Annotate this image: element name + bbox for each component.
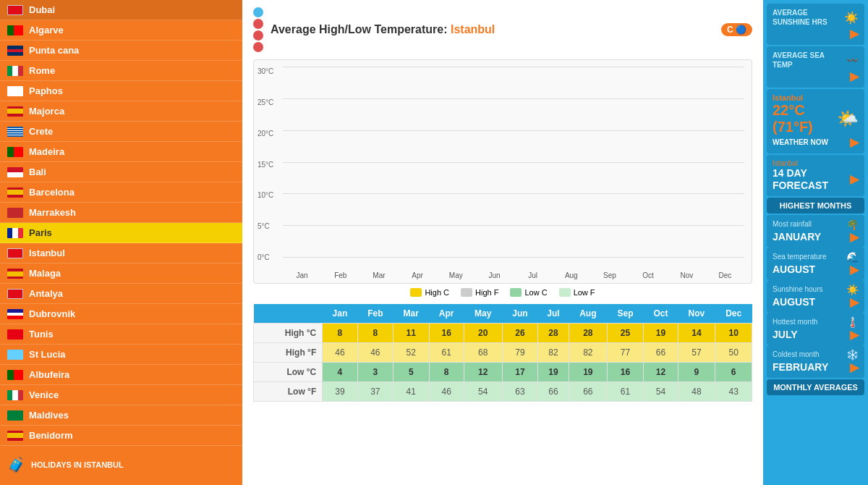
row-label: Low °F [254,382,323,402]
x-axis-label: Jan [283,271,321,279]
nav-up[interactable] [253,7,263,17]
table-row: Low °C435812171919161296 [254,363,752,382]
sidebar-item-madeira[interactable]: Madeira [0,142,242,162]
stat-value: FEBRUARY [773,361,828,373]
table-cell: 19 [538,363,569,382]
sidebar-item-barcelona[interactable]: Barcelona [0,182,242,203]
temp-toggle[interactable]: C 🔵 [721,23,752,36]
sidebar-item-punta-cana[interactable]: Punta cana [0,41,242,61]
sidebar-item-label: Tunis [29,329,54,340]
sidebar-item-algarve[interactable]: Algarve [0,20,242,41]
stat-arrow[interactable]: ▶ [850,328,859,342]
sidebar-item-majorca[interactable]: Majorca [0,101,242,122]
table-cell: 16 [607,363,644,382]
stat-arrow[interactable]: ▶ [850,295,859,309]
y-axis-label: 20°C [258,130,273,138]
sidebar-item-dubrovnik[interactable]: Dubrovnik [0,304,242,324]
table-cell: 46 [323,343,357,363]
weather-now-arrow[interactable]: ▶ [850,135,859,149]
legend-item: Low F [559,288,595,297]
sidebar-item-dubai[interactable]: Dubai [0,0,242,20]
legend-swatch [461,288,472,297]
x-axis-label: Apr [399,271,437,279]
stat-value: JULY [773,329,798,340]
sidebar-item-bali[interactable]: Bali [0,162,242,182]
flag-icon [7,370,23,380]
nav-left[interactable] [253,30,263,41]
table-cell: 8 [357,324,393,343]
stat-card-sunshine-hours[interactable]: Sunshine hours ☀️ AUGUST ▶ [767,280,864,313]
x-axis-label: Dec [706,271,744,279]
legend-swatch [559,288,571,297]
table-cell: 8 [323,324,357,343]
avg-sunshine-card[interactable]: AVERAGE SUNSHINE HRS ☀️ ▶ [767,4,864,45]
sidebar-item-marrakesh[interactable]: Marrakesh [0,203,242,223]
table-cell: 41 [393,382,429,402]
table-header: Aug [569,304,607,324]
stat-icon: 🌴 [846,219,859,230]
table-cell: 50 [715,343,752,363]
stat-card-sea-temperature[interactable]: Sea temperature 🌊 AUGUST ▶ [767,248,864,280]
table-cell: 79 [502,343,537,363]
table-cell: 9 [678,363,715,382]
sidebar-item-paris[interactable]: Paris [0,223,242,243]
nav-down[interactable] [253,19,263,29]
stat-card-coldest-month[interactable]: Coldest month ❄️ FEBRUARY ▶ [767,345,864,378]
sun-icon: ☀️ [844,11,859,25]
flag-icon [7,208,23,218]
sidebar-item-istanbul[interactable]: Istanbul [0,243,242,263]
sidebar-item-label: St Lucia [29,349,66,360]
stat-card-most-rainfall[interactable]: Most rainfall 🌴 JANUARY ▶ [767,215,864,248]
sidebar-item-albufeira[interactable]: Albufeira [0,365,242,385]
stat-arrow[interactable]: ▶ [850,360,859,374]
table-cell: 28 [569,324,607,343]
sidebar-item-antalya[interactable]: Antalya [0,284,242,304]
table-cell: 39 [323,382,357,402]
footer-icon: 🧳 [7,456,25,473]
avg-sea-temp-card[interactable]: AVERAGE SEA TEMP 〰️ ▶ [767,46,864,88]
table-cell: 19 [569,363,607,382]
weather-city: Istanbul [773,93,859,102]
table-cell: 68 [464,343,502,363]
sunshine-arrow[interactable]: ▶ [850,27,859,41]
flag-icon [7,248,23,258]
nav-right[interactable] [253,42,263,52]
sidebar-item-venice[interactable]: Venice [0,385,242,405]
forecast-arrow[interactable]: ▶ [850,172,859,186]
sidebar-footer-item[interactable]: 🧳 HOLIDAYS IN ISTANBUL [7,453,235,476]
sidebar-item-label: Algarve [29,25,64,35]
x-labels: JanFebMarAprMayJunJulAugSepOctNovDec [283,271,744,279]
flag-icon [7,410,23,421]
sidebar-item-paphos[interactable]: Paphos [0,81,242,101]
sidebar-item-st-lucia[interactable]: St Lucia [0,345,242,365]
legend-swatch [410,288,422,297]
sea-temp-arrow[interactable]: ▶ [850,69,859,83]
sidebar-item-label: Dubai [29,4,55,15]
sidebar-item-label: Punta cana [29,45,79,56]
y-axis-label: 5°C [258,222,273,230]
stat-arrow[interactable]: ▶ [850,230,859,244]
sidebar-item-rome[interactable]: Rome [0,61,242,81]
sidebar-item-benidorm[interactable]: Benidorm [0,426,242,446]
sidebar-item-maldives[interactable]: Maldives [0,405,242,426]
x-axis-label: Nov [668,271,706,279]
sidebar-item-malaga[interactable]: Malaga [0,263,242,284]
table-cell: 10 [715,324,752,343]
table-cell: 52 [393,343,429,363]
bars-container [283,67,744,258]
stat-card-hottest-month[interactable]: Hottest month 🌡️ JULY ▶ [767,313,864,345]
chart-section: Average High/Low Temperature: Istanbul C… [242,0,763,304]
sidebar-item-tunis[interactable]: Tunis [0,324,242,345]
flag-icon [7,66,23,76]
table-cell: 3 [357,363,393,382]
stat-arrow[interactable]: ▶ [850,263,859,277]
table-header: Nov [678,304,715,324]
sidebar-footer-item[interactable]: 🏨 HOTELS IN ISTANBUL [7,481,235,485]
wave-icon: 〰️ [846,54,859,66]
sidebar-item-crete[interactable]: Crete [0,122,242,142]
nav-arrows[interactable] [253,7,263,52]
table-cell: 4 [323,363,357,382]
table-cell: 20 [464,324,502,343]
chart-header: Average High/Low Temperature: Istanbul C… [253,7,752,52]
forecast-card[interactable]: Istanbul 14 DAY FORECAST ▶ [767,155,864,196]
